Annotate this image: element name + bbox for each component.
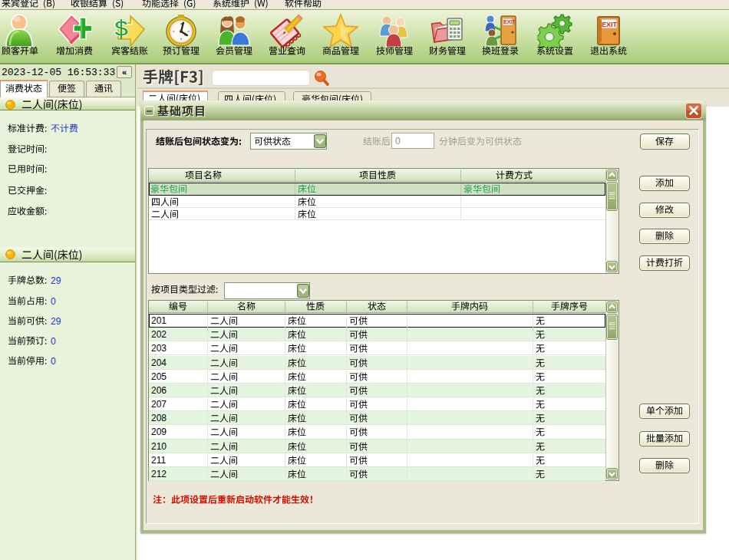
svg-text:EXIT: EXIT [503,19,516,25]
svg-text:EXIT: EXIT [602,21,618,28]
